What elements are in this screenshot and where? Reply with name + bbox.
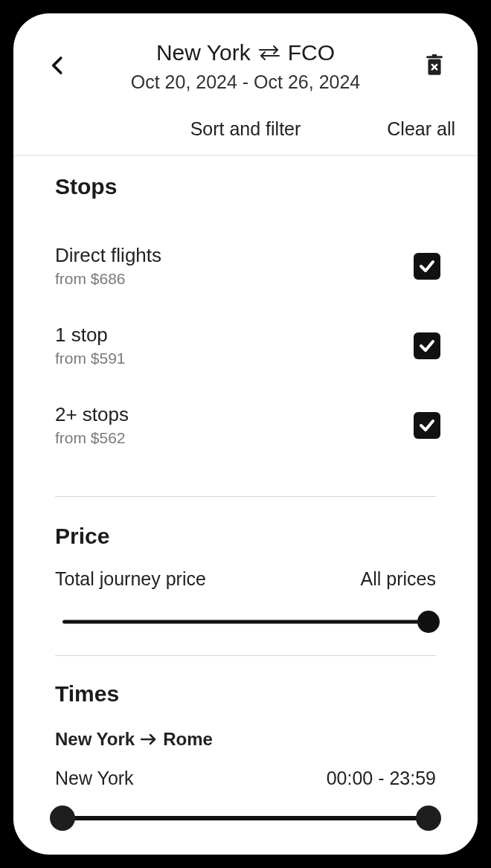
subheader-title: Sort and filter	[125, 118, 366, 140]
times-route: New York Rome	[37, 713, 454, 750]
times-route-to: Rome	[163, 729, 213, 750]
time-slider-knob-end[interactable]	[416, 806, 441, 831]
header: New York FCO Oct 20, 2024 - Oct 26, 2024	[13, 13, 478, 93]
price-value: All prices	[361, 568, 436, 590]
stop-option-direct[interactable]: Direct flights from $686	[37, 226, 454, 306]
stop-label: 2+ stops	[55, 403, 129, 426]
stops-section-title: Stops	[37, 156, 454, 205]
slider-track	[62, 816, 429, 820]
arrow-right-icon	[141, 729, 157, 750]
slider-track	[62, 620, 429, 624]
price-section-title: Price	[37, 506, 454, 555]
check-icon	[418, 337, 436, 355]
route-title: New York FCO	[34, 40, 457, 65]
clear-all-button[interactable]: Clear all	[387, 118, 455, 139]
delete-button[interactable]	[421, 52, 448, 79]
stop-checkbox-direct[interactable]	[414, 253, 440, 280]
times-leg-label: New York	[55, 768, 134, 789]
stop-label: Direct flights	[55, 244, 161, 267]
times-range-value: 00:00 - 23:59	[327, 768, 436, 789]
stop-price: from $686	[55, 270, 161, 288]
route-destination: FCO	[288, 40, 335, 65]
stop-checkbox-2plus[interactable]	[414, 412, 440, 439]
check-icon	[418, 417, 436, 434]
time-slider-knob-start[interactable]	[50, 806, 75, 831]
price-slider[interactable]	[62, 611, 429, 633]
price-slider-knob[interactable]	[417, 611, 440, 633]
route-dates: Oct 20, 2024 - Oct 26, 2024	[34, 71, 457, 93]
price-row: Total journey price All prices	[37, 555, 454, 590]
stop-option-1stop[interactable]: 1 stop from $591	[37, 306, 454, 385]
check-icon	[418, 257, 436, 275]
times-route-from: New York	[55, 729, 135, 750]
swap-icon	[258, 45, 280, 61]
times-leg-row: New York 00:00 - 23:59	[37, 750, 454, 789]
route-origin: New York	[156, 40, 251, 65]
times-section-title: Times	[37, 663, 454, 713]
stop-checkbox-1stop[interactable]	[414, 332, 440, 359]
times-range-slider[interactable]	[62, 806, 429, 831]
price-label: Total journey price	[55, 568, 206, 590]
chevron-left-icon	[47, 54, 69, 77]
stop-option-2plus[interactable]: 2+ stops from $562	[37, 385, 454, 465]
stop-price: from $562	[55, 429, 129, 447]
stops-list: Direct flights from $686 1 stop from $59…	[37, 205, 454, 483]
svg-rect-4	[432, 54, 437, 57]
stop-label: 1 stop	[55, 324, 126, 347]
back-button[interactable]	[43, 51, 73, 80]
stop-price: from $591	[55, 350, 126, 367]
trash-icon	[425, 54, 444, 77]
subheader: Sort and filter Clear all	[13, 93, 478, 156]
